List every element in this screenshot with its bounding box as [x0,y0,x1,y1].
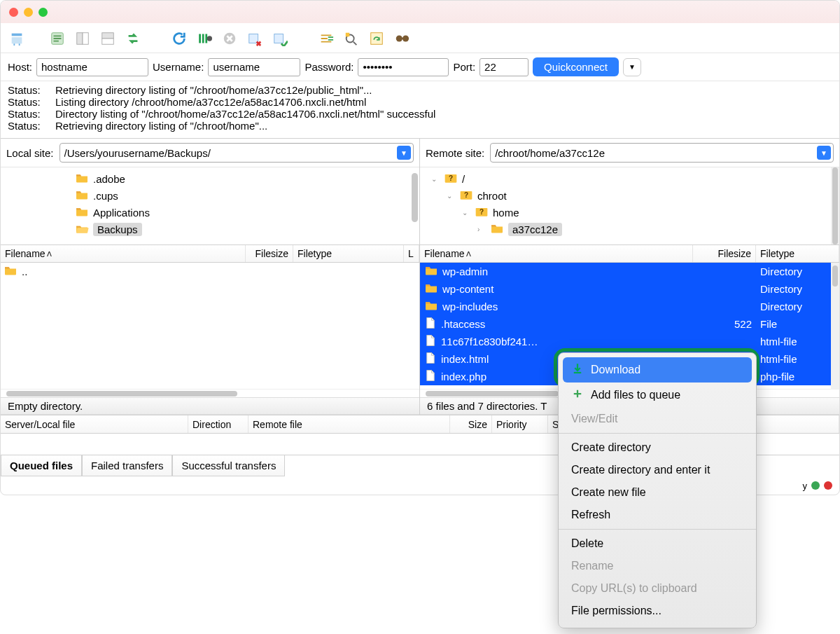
list-item[interactable]: wp-adminDirectory [420,263,839,280]
toggle-log-button[interactable] [47,29,68,48]
toolbar [1,23,839,53]
refresh-button[interactable] [169,29,190,48]
folder-icon [424,300,438,313]
directory-compare-button[interactable] [341,29,362,48]
svg-rect-2 [12,34,22,36]
close-window[interactable] [9,8,18,17]
folder-icon [424,265,438,278]
file-icon [424,369,437,384]
ctx-file-perms[interactable]: File permissions... [559,600,756,622]
list-item[interactable]: wp-contentDirectory [420,280,839,298]
filter-button[interactable] [316,29,337,48]
ctx-add-queue[interactable]: Add files to queue [559,383,756,408]
tab-failed[interactable]: Failed transfers [82,455,172,476]
tree-item[interactable]: .adobe [71,170,419,187]
download-icon [571,362,584,378]
toggle-local-tree-button[interactable] [72,29,93,48]
tab-queued[interactable]: Queued files [1,455,82,476]
log-label: Status: [8,120,55,132]
quickconnect-button[interactable]: Quickconnect [533,57,619,76]
svg-point-16 [396,35,402,41]
process-queue-button[interactable] [194,29,215,48]
ctx-refresh[interactable]: Refresh [559,504,756,526]
password-input[interactable] [358,58,449,76]
scrollbar-thumb[interactable] [412,173,418,222]
toggle-remote-tree-button[interactable] [97,29,118,48]
local-file-list[interactable]: .. [1,263,419,389]
local-file-header[interactable]: Filenameᐱ Filesize Filetype L [1,244,419,263]
sort-asc-icon: ᐱ [466,250,471,258]
cancel-button[interactable] [219,29,240,48]
local-tree[interactable]: .adobe.cupsApplicationsBackups [1,167,419,244]
folder-unknown-icon [475,205,489,220]
folder-icon [424,282,438,296]
list-item[interactable]: .. [1,263,419,280]
tree-item[interactable]: Backups [71,221,419,237]
list-item[interactable]: wp-includesDirectory [420,298,839,315]
folder-icon [75,189,89,202]
file-icon [424,352,437,366]
sort-asc-icon: ᐱ [47,250,52,258]
svg-rect-6 [83,33,88,45]
list-item[interactable]: 11c67f1c830bf241…html-file [420,333,839,350]
tree-item[interactable]: .cups [71,187,419,204]
local-site-dropdown[interactable]: ▼ [397,146,411,160]
search-button[interactable] [391,29,412,48]
folder-unknown-icon [444,172,458,186]
ctx-create-file[interactable]: Create new file [559,481,756,504]
port-input[interactable] [479,58,528,76]
disconnect-button[interactable] [244,29,265,48]
ctx-delete[interactable]: Delete [559,532,756,555]
maximize-window[interactable] [38,8,48,17]
port-label: Port: [453,61,475,73]
quickconnect-dropdown[interactable]: ▼ [623,58,641,76]
username-label: Username: [153,61,204,73]
minimize-window[interactable] [24,8,33,17]
svg-rect-14 [346,33,350,37]
scrollbar-thumb[interactable] [832,266,838,287]
tree-item[interactable]: Applications [71,204,419,221]
ctx-copy-url: Copy URL(s) to clipboard [559,577,756,600]
host-label: Host: [8,61,32,73]
local-site-label: Local site: [6,147,54,159]
sync-browse-button[interactable] [366,29,387,48]
log-label: Status: [8,84,55,96]
local-hscroll[interactable] [1,389,419,397]
titlebar[interactable] [1,1,839,23]
reconnect-button[interactable] [270,29,290,48]
site-manager-button[interactable] [6,29,27,48]
remote-file-header[interactable]: Filenameᐱ Filesize Filetype [420,244,839,263]
tab-success[interactable]: Successful transfers [172,455,285,476]
folder-icon [490,223,504,236]
log-label: Status: [8,108,55,120]
remote-tree[interactable]: ⌄/ ⌄chroot ⌄home ›a37cc12e [420,167,839,244]
svg-rect-11 [249,34,258,43]
folder-icon [75,206,89,219]
toggle-transfer-queue-button[interactable] [122,29,144,48]
list-item[interactable]: .htaccess522File [420,315,839,333]
remote-site-label: Remote site: [426,147,484,159]
remote-site-dropdown[interactable]: ▼ [817,146,831,160]
svg-rect-5 [77,33,83,45]
file-icon [424,317,437,331]
log-text: Retrieving directory listing of "/chroot… [55,120,267,132]
svg-point-17 [402,35,409,41]
svg-rect-8 [102,39,114,44]
ctx-create-dir-enter[interactable]: Create directory and enter it [559,459,756,481]
ctx-download[interactable]: Download [563,357,752,383]
host-input[interactable] [36,58,148,76]
add-queue-icon [571,387,584,403]
remote-site-input[interactable] [490,143,834,163]
ctx-rename: Rename [559,555,756,577]
svg-rect-15 [371,33,383,45]
local-status: Empty directory. [1,397,419,415]
local-site-input[interactable] [59,143,414,163]
ctx-view-edit: View/Edit [559,408,756,430]
svg-rect-18 [402,38,403,39]
password-label: Password: [304,61,354,73]
log-text: Directory listing of "/chroot/home/a37cc… [55,108,435,120]
log-label: Status: [8,96,55,108]
status-indicator-red [824,481,832,490]
username-input[interactable] [208,58,300,76]
ctx-create-dir[interactable]: Create directory [559,436,756,459]
